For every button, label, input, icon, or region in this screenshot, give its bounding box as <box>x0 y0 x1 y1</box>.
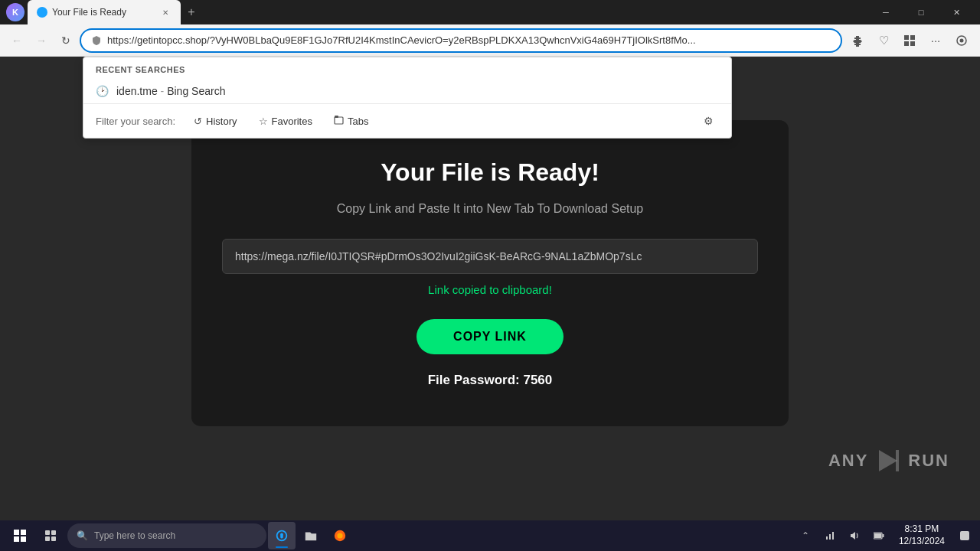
filter-label: Filter your search: <box>96 116 175 127</box>
content-card: Your File is Ready! Copy Link and Paste … <box>191 120 789 426</box>
filter-bar: Filter your search: ↺ History ☆ Favorite… <box>83 103 731 138</box>
toolbar-actions: ♡ ··· <box>845 28 974 53</box>
window-controls: ─ □ ✕ <box>868 0 974 24</box>
svg-point-16 <box>337 533 342 538</box>
svg-rect-17 <box>826 536 828 540</box>
taskbar-firefox-button[interactable] <box>326 522 354 549</box>
svg-rect-13 <box>45 536 50 541</box>
svg-rect-23 <box>960 531 969 540</box>
filter-tabs[interactable]: Tabs <box>325 111 377 131</box>
taskbar-search-placeholder: Type here to search <box>94 530 175 541</box>
active-tab[interactable]: Your File is Ready ✕ <box>28 0 181 24</box>
file-password: File Password: 7560 <box>222 373 758 388</box>
copy-link-button[interactable]: COPY LINK <box>416 319 564 354</box>
collections-button[interactable] <box>897 28 922 53</box>
clock-date: 12/13/2024 <box>899 536 945 548</box>
tab-favicon <box>37 7 47 18</box>
svg-rect-3 <box>904 41 909 46</box>
new-tab-button[interactable]: + <box>181 2 202 23</box>
tray-volume-icon[interactable] <box>844 523 865 548</box>
taskbar: 🔍 Type here to search ⌃ <box>0 520 980 551</box>
minimize-button[interactable]: ─ <box>868 0 903 24</box>
link-input[interactable]: https://mega.nz/file/I0JTIQSR#pDrmOs3O2I… <box>222 239 758 274</box>
tab-title: Your File is Ready <box>52 7 155 18</box>
address-bar[interactable]: https://getintopcc.shop/?VyHW0BLbaQu9E8F… <box>80 28 842 53</box>
maximize-button[interactable]: □ <box>903 0 939 24</box>
tray-network-icon[interactable] <box>819 523 841 548</box>
card-subtitle: Copy Link and Paste It into New Tab To D… <box>222 202 758 216</box>
browser-frame: K Your File is Ready ✕ + ─ □ ✕ ← → ↻ <box>0 0 980 551</box>
filter-settings-button[interactable]: ⚙ <box>697 110 719 132</box>
windows-icon <box>14 530 26 542</box>
history-icon: ↺ <box>194 116 202 127</box>
svg-rect-7 <box>335 117 343 124</box>
refresh-button[interactable]: ↻ <box>55 30 77 51</box>
settings-button[interactable]: ··· <box>923 28 948 53</box>
extensions-button[interactable] <box>845 28 870 53</box>
search-item-text: iden.tme - Bing Search <box>116 85 225 97</box>
svg-rect-19 <box>832 532 834 540</box>
taskbar-explorer-button[interactable] <box>297 522 325 549</box>
svg-rect-14 <box>51 536 56 541</box>
taskbar-search[interactable]: 🔍 Type here to search <box>67 523 266 548</box>
filter-favorites[interactable]: ☆ Favorites <box>250 112 322 131</box>
watermark: ANY RUN <box>828 447 949 474</box>
favorites-button[interactable]: ♡ <box>871 28 896 53</box>
address-security-icon <box>90 34 103 47</box>
tab-close-button[interactable]: ✕ <box>159 6 172 18</box>
watermark-text: ANY <box>828 451 868 471</box>
svg-marker-9 <box>879 450 897 471</box>
taskbar-edge-button[interactable] <box>268 522 296 549</box>
favorites-icon: ☆ <box>259 116 268 127</box>
system-tray: ⌃ <box>795 523 975 548</box>
watermark-play-icon <box>874 447 902 474</box>
system-clock[interactable]: 8:31 PM 12/13/2024 <box>893 523 951 547</box>
tray-battery-icon[interactable] <box>868 523 890 548</box>
filter-history[interactable]: ↺ History <box>185 112 246 131</box>
tray-chevron[interactable]: ⌃ <box>795 523 816 548</box>
taskbar-search-icon: 🔍 <box>77 530 88 541</box>
start-button[interactable] <box>5 523 35 548</box>
svg-rect-4 <box>910 41 915 46</box>
forward-button[interactable]: → <box>31 30 52 51</box>
svg-rect-2 <box>910 35 915 40</box>
svg-rect-22 <box>882 534 884 537</box>
toolbar: ← → ↻ https://getintopcc.shop/?VyHW0BLba… <box>0 24 980 57</box>
title-bar: K Your File is Ready ✕ + ─ □ ✕ <box>0 0 980 24</box>
svg-rect-11 <box>45 530 50 535</box>
clock-time: 8:31 PM <box>905 523 939 536</box>
filter-tabs-label: Tabs <box>348 116 368 127</box>
svg-point-6 <box>960 38 964 42</box>
filter-history-label: History <box>206 116 237 127</box>
search-dropdown: RECENT SEARCHES 🕑 iden.tme - Bing Search… <box>83 57 732 139</box>
back-button[interactable]: ← <box>6 30 28 51</box>
svg-rect-1 <box>904 35 909 40</box>
notification-button[interactable] <box>954 523 975 548</box>
tab-bar: Your File is Ready ✕ + <box>28 0 865 24</box>
svg-point-0 <box>38 8 46 16</box>
watermark-text-2: RUN <box>908 451 949 471</box>
filter-favorites-label: Favorites <box>272 116 312 127</box>
taskview-button[interactable] <box>37 522 64 549</box>
link-copied-message: Link copied to clipboard! <box>222 283 758 296</box>
card-title: Your File is Ready! <box>222 158 758 187</box>
recent-searches-label: RECENT SEARCHES <box>83 57 731 79</box>
tabs-icon <box>334 115 344 127</box>
svg-rect-12 <box>51 530 56 535</box>
svg-rect-8 <box>335 116 338 118</box>
copilot-button[interactable] <box>949 28 974 53</box>
profile-icon[interactable]: K <box>6 3 24 21</box>
history-item-icon: 🕑 <box>96 85 109 97</box>
svg-rect-21 <box>874 533 881 538</box>
address-text: https://getintopcc.shop/?VyHW0BLbaQu9E8F… <box>107 34 831 46</box>
recent-search-item[interactable]: 🕑 iden.tme - Bing Search <box>83 79 731 103</box>
close-button[interactable]: ✕ <box>939 0 974 24</box>
svg-rect-18 <box>829 534 831 540</box>
